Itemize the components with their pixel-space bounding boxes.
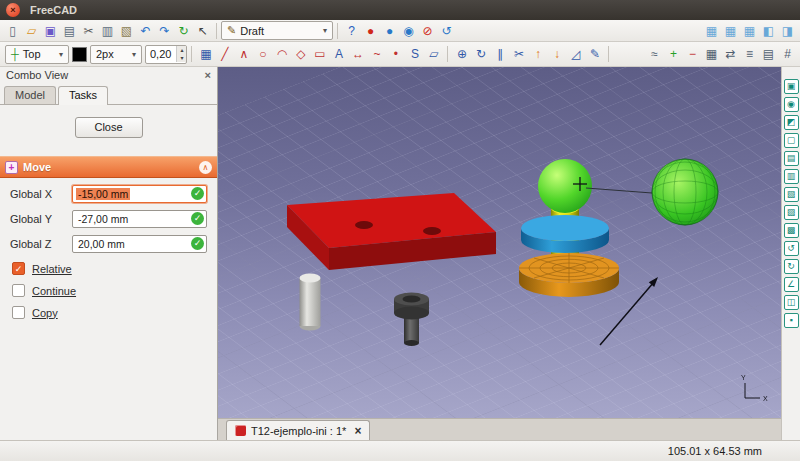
checkbox[interactable]	[12, 306, 25, 319]
array-icon[interactable]: ≡	[740, 45, 759, 63]
std-views-sphere-icon[interactable]: ●	[380, 22, 399, 40]
rectangle-icon[interactable]: ▭	[310, 45, 329, 63]
toggle-grid-icon[interactable]: ▤	[759, 45, 778, 63]
document-tab-label: T12-ejemplo-ini : 1*	[251, 425, 346, 437]
tab-close-icon[interactable]: ×	[354, 424, 361, 438]
rear-view-icon[interactable]: ▧	[784, 187, 799, 202]
circle-icon[interactable]: ○	[253, 45, 272, 63]
fit-all-icon[interactable]: ◉	[784, 97, 799, 112]
paste-icon[interactable]: ▧	[117, 22, 136, 40]
bspline-icon[interactable]: ~	[367, 45, 386, 63]
ghost-sphere[interactable]	[652, 159, 718, 225]
center-column: Y X T12-ejemplo-ini : 1* ×	[218, 67, 781, 440]
line-width-selector[interactable]: 2px ▾	[90, 45, 142, 64]
downgrade-icon[interactable]: ↓	[547, 45, 566, 63]
toolbar-standard: ▯▱▣▤✂▥▧↶↷↻↖ ✎ Draft ▾ ?●●◉⊘↺ ▦▦▦◧◨	[0, 20, 800, 42]
rotate-left-icon[interactable]: ↺	[784, 241, 799, 256]
polygon-icon[interactable]: ◇	[291, 45, 310, 63]
panel-close-icon[interactable]: ×	[205, 69, 211, 81]
working-plane-selector[interactable]: ┼ Top ▾	[5, 45, 69, 64]
clip-plane-icon[interactable]: ◫	[784, 295, 799, 310]
window-close-button[interactable]: ×	[6, 3, 20, 17]
standoff-assembly[interactable]	[519, 159, 619, 297]
delete-point-icon[interactable]: −	[683, 45, 702, 63]
spinbox-arrows[interactable]: ▴ ▾	[176, 46, 186, 62]
undo-icon[interactable]: ↶	[136, 22, 155, 40]
right-view-icon[interactable]: ▥	[784, 169, 799, 184]
trim-icon[interactable]: ✂	[509, 45, 528, 63]
point-icon[interactable]: •	[386, 45, 405, 63]
workbench-selector[interactable]: ✎ Draft ▾	[221, 21, 333, 40]
field-label: Global Y	[10, 213, 72, 225]
tab-tasks[interactable]: Tasks	[58, 86, 108, 105]
spin-up-icon[interactable]: ▴	[177, 46, 186, 54]
open-folder-icon[interactable]: ▱	[22, 22, 41, 40]
checkbox[interactable]: ✓	[12, 262, 25, 275]
value-input[interactable]: -27,00 mm ✓	[72, 210, 207, 228]
move-icon[interactable]: ⊕	[452, 45, 471, 63]
whats-this-icon[interactable]: ?	[342, 22, 361, 40]
copy-icon[interactable]: ▥	[98, 22, 117, 40]
line-icon[interactable]: ╱	[215, 45, 234, 63]
shapestring-icon[interactable]: S	[405, 45, 424, 63]
tab-model[interactable]: Model	[4, 86, 56, 104]
upgrade-icon[interactable]: ↑	[528, 45, 547, 63]
pointer-icon[interactable]: ↖	[193, 22, 212, 40]
measure-icon[interactable]: ∠	[784, 277, 799, 292]
shape-2d-view-icon[interactable]: ▦	[702, 45, 721, 63]
add-point-icon[interactable]: +	[664, 45, 683, 63]
wire-to-bspline-icon[interactable]: ≈	[645, 45, 664, 63]
bottom-view-icon[interactable]: ▨	[784, 205, 799, 220]
value-input[interactable]: 20,00 mm ✓	[72, 235, 207, 253]
move-task-header[interactable]: + Move ∧	[0, 156, 217, 178]
document-tab[interactable]: T12-ejemplo-ini : 1* ×	[226, 420, 370, 440]
facebinder-icon[interactable]: ▱	[424, 45, 443, 63]
snap-lock-icon[interactable]: ▦	[196, 45, 215, 63]
front-view-cube-icon[interactable]: ▦	[721, 22, 740, 40]
rotate-icon[interactable]: ↻	[471, 45, 490, 63]
move-task-fields: Global X -15,00 mm ✓ Global Y -27,00	[0, 185, 217, 253]
save-icon[interactable]: ▣	[41, 22, 60, 40]
arc-icon[interactable]: ◠	[272, 45, 291, 63]
top-view-cube-icon[interactable]: ▦	[740, 22, 759, 40]
top-view-icon[interactable]: ▤	[784, 151, 799, 166]
file-tool-group: ▯▱▣▤✂▥▧↶↷↻↖	[3, 22, 212, 40]
dimension-icon[interactable]: ↔	[348, 45, 367, 63]
bolt[interactable]	[394, 293, 429, 347]
macro-record-icon[interactable]: ●	[361, 22, 380, 40]
checkbox[interactable]	[12, 284, 25, 297]
toggle-3d-icon[interactable]: ▣	[784, 79, 799, 94]
print-icon[interactable]: ▤	[60, 22, 79, 40]
red-plate[interactable]	[287, 193, 496, 270]
workplane-cube-icon[interactable]: ◧	[759, 22, 778, 40]
construction-mode-icon[interactable]: ⊘	[418, 22, 437, 40]
edit-icon[interactable]: ✎	[585, 45, 604, 63]
scale-icon[interactable]: ◿	[566, 45, 585, 63]
3d-viewport[interactable]: Y X	[218, 67, 781, 418]
spin-down-icon[interactable]: ▾	[177, 54, 186, 62]
text-icon[interactable]: A	[329, 45, 348, 63]
left-view-icon[interactable]: ▩	[784, 223, 799, 238]
rotate-right-icon[interactable]: ↻	[784, 259, 799, 274]
line-color-swatch[interactable]	[72, 47, 87, 62]
align-view-cube-icon[interactable]: ◨	[778, 22, 797, 40]
rotate-view-icon[interactable]: ↺	[437, 22, 456, 40]
front-view-icon[interactable]: ▢	[784, 133, 799, 148]
new-document-icon[interactable]: ▯	[3, 22, 22, 40]
polyline-icon[interactable]: ∧	[234, 45, 253, 63]
zoom-icon[interactable]: ◉	[399, 22, 418, 40]
draft-to-sketch-icon[interactable]: ⇄	[721, 45, 740, 63]
axonometric-cube-icon[interactable]: ▦	[702, 22, 721, 40]
working-plane-icon[interactable]: #	[778, 45, 797, 63]
white-pin[interactable]	[300, 274, 321, 331]
offset-icon[interactable]: ∥	[490, 45, 509, 63]
refresh-icon[interactable]: ↻	[174, 22, 193, 40]
scale-spinbox[interactable]: 0,20 ▴ ▾	[145, 45, 187, 64]
redo-icon[interactable]: ↷	[155, 22, 174, 40]
cut-icon[interactable]: ✂	[79, 22, 98, 40]
texture-icon[interactable]: ▪	[784, 313, 799, 328]
value-input[interactable]: -15,00 mm ✓	[72, 185, 207, 203]
axonometric-view-icon[interactable]: ◩	[784, 115, 799, 130]
collapse-chevron-icon[interactable]: ∧	[199, 161, 212, 174]
close-task-button[interactable]: Close	[75, 117, 143, 138]
